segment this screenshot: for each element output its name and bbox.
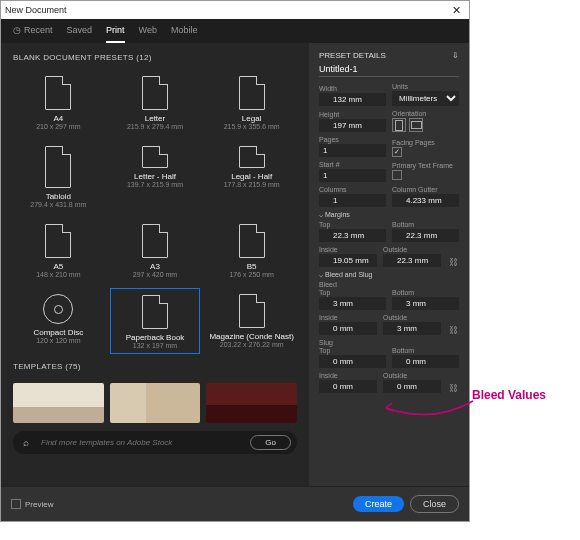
bleed-bottom-input[interactable] — [392, 297, 459, 310]
page-icon — [239, 294, 265, 328]
margin-top-input[interactable] — [319, 229, 386, 242]
dialog-footer: Preview Create Close — [1, 486, 469, 521]
preset-paperback-book[interactable]: Paperback Book132 x 197 mm — [110, 288, 201, 354]
search-row: ⌕ Go — [13, 431, 297, 454]
new-document-dialog: New Document ✕ ◷Recent Saved Print Web M… — [0, 0, 470, 522]
page-icon — [142, 146, 168, 168]
gutter-input[interactable] — [392, 194, 459, 207]
search-input[interactable] — [41, 438, 242, 447]
width-input[interactable] — [319, 93, 386, 106]
search-icon: ⌕ — [19, 437, 33, 448]
page-icon — [239, 224, 265, 258]
page-icon — [142, 295, 168, 329]
pages-input[interactable] — [319, 144, 386, 157]
orientation-portrait[interactable] — [392, 118, 406, 132]
template-strip — [13, 383, 297, 423]
annotation-label: Bleed Values — [472, 388, 546, 402]
preset-compact-disc[interactable]: Compact Disc120 x 120 mm — [13, 288, 104, 354]
slug-outside-input[interactable] — [383, 380, 441, 393]
preview-checkbox[interactable] — [11, 499, 21, 509]
clock-icon: ◷ — [13, 25, 21, 35]
page-icon — [142, 76, 168, 110]
bleed-outside-input[interactable] — [383, 322, 441, 335]
disc-icon — [43, 294, 73, 324]
margin-inside-input[interactable] — [319, 254, 377, 267]
primary-text-frame-checkbox[interactable] — [392, 170, 402, 180]
page-icon — [239, 146, 265, 168]
orientation-landscape[interactable] — [409, 118, 423, 132]
start-number-input[interactable] — [319, 169, 386, 182]
close-icon[interactable]: ✕ — [448, 4, 465, 17]
tab-web[interactable]: Web — [139, 25, 157, 43]
tab-recent[interactable]: ◷Recent — [13, 25, 53, 43]
height-input[interactable] — [319, 119, 386, 132]
margin-outside-input[interactable] — [383, 254, 441, 267]
columns-input[interactable] — [319, 194, 386, 207]
template-thumb[interactable] — [206, 383, 297, 423]
slug-top-input[interactable] — [319, 355, 386, 368]
page-icon — [45, 146, 71, 188]
link-slug-icon[interactable]: ⛓ — [447, 383, 459, 393]
save-preset-icon[interactable]: ⇩ — [452, 51, 459, 60]
bleed-top-input[interactable] — [319, 297, 386, 310]
presets-heading: BLANK DOCUMENT PRESETS (12) — [13, 53, 297, 62]
link-margins-icon[interactable]: ⛓ — [447, 257, 459, 267]
page-icon — [239, 76, 265, 110]
preset-a5[interactable]: A5148 x 210 mm — [13, 218, 104, 282]
facing-pages-checkbox[interactable]: ✓ — [392, 147, 402, 157]
go-button[interactable]: Go — [250, 435, 291, 450]
preset-legal[interactable]: Legal215.9 x 355.6 mm — [206, 70, 297, 134]
category-tabs: ◷Recent Saved Print Web Mobile — [1, 19, 469, 43]
tab-print[interactable]: Print — [106, 25, 125, 43]
tab-mobile[interactable]: Mobile — [171, 25, 198, 43]
bleed-inside-input[interactable] — [319, 322, 377, 335]
page-icon — [142, 224, 168, 258]
margin-bottom-input[interactable] — [392, 229, 459, 242]
preset-letter[interactable]: Letter215.9 x 279.4 mm — [110, 70, 201, 134]
preset-legal-half[interactable]: Legal - Half177.8 x 215.9 mm — [206, 140, 297, 212]
preset-b5[interactable]: B5176 x 250 mm — [206, 218, 297, 282]
window-title: New Document — [5, 5, 67, 15]
preset-details-heading: PRESET DETAILS — [319, 51, 386, 60]
preset-letter-half[interactable]: Letter - Half139.7 x 215.9 mm — [110, 140, 201, 212]
templates-heading: TEMPLATES (75) — [13, 362, 297, 371]
close-button[interactable]: Close — [410, 495, 459, 513]
titlebar: New Document ✕ — [1, 1, 469, 19]
preset-details-panel: PRESET DETAILS⇩ Untitled-1 Width UnitsMi… — [309, 43, 469, 486]
preset-magazine[interactable]: Magazine (Conde Nast)203.22 x 276.22 mm — [206, 288, 297, 354]
create-button[interactable]: Create — [353, 496, 404, 512]
tab-saved[interactable]: Saved — [67, 25, 93, 43]
template-thumb[interactable] — [110, 383, 201, 423]
page-icon — [45, 76, 71, 110]
page-icon — [45, 224, 71, 258]
preset-tabloid[interactable]: Tabloid279.4 x 431.8 mm — [13, 140, 104, 212]
preset-a4[interactable]: A4210 x 297 mm — [13, 70, 104, 134]
preset-a3[interactable]: A3297 x 420 mm — [110, 218, 201, 282]
link-bleed-icon[interactable]: ⛓ — [447, 325, 459, 335]
document-name-field[interactable]: Untitled-1 — [319, 64, 459, 77]
margins-group[interactable]: Margins — [319, 211, 459, 219]
template-thumb[interactable] — [13, 383, 104, 423]
bleed-slug-group[interactable]: Bleed and Slug — [319, 271, 459, 279]
slug-bottom-input[interactable] — [392, 355, 459, 368]
slug-inside-input[interactable] — [319, 380, 377, 393]
left-panel: BLANK DOCUMENT PRESETS (12) A4210 x 297 … — [1, 43, 309, 486]
units-select[interactable]: Millimeters — [392, 91, 459, 106]
preset-grid: A4210 x 297 mm Letter215.9 x 279.4 mm Le… — [13, 70, 297, 354]
